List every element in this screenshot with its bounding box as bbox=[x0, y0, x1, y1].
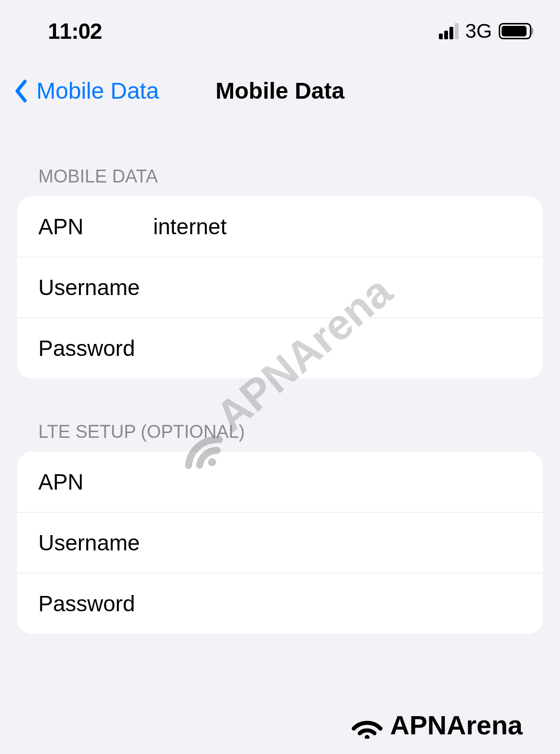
svg-point-1 bbox=[365, 735, 370, 739]
row-username[interactable]: Username bbox=[17, 257, 543, 318]
row-label-lte-apn: APN bbox=[38, 469, 153, 495]
section-group-lte-setup: APN Username Password bbox=[17, 452, 543, 634]
status-right: 3G bbox=[439, 20, 531, 43]
section-header-lte-setup: LTE SETUP (OPTIONAL) bbox=[0, 378, 560, 452]
input-username[interactable] bbox=[153, 274, 522, 300]
row-label-password: Password bbox=[38, 335, 153, 361]
status-time: 11:02 bbox=[48, 18, 102, 44]
brand-label: APNArena bbox=[350, 709, 523, 741]
input-lte-username[interactable] bbox=[153, 530, 522, 556]
network-label: 3G bbox=[465, 20, 492, 43]
row-label-apn: APN bbox=[38, 214, 153, 240]
row-label-lte-password: Password bbox=[38, 591, 153, 617]
wifi-icon bbox=[350, 712, 384, 739]
chevron-left-icon bbox=[14, 80, 28, 103]
row-lte-password[interactable]: Password bbox=[17, 573, 543, 634]
input-lte-password[interactable] bbox=[153, 591, 522, 617]
input-lte-apn[interactable] bbox=[153, 469, 522, 495]
input-password[interactable] bbox=[153, 335, 522, 361]
signal-icon bbox=[439, 23, 459, 39]
row-label-lte-username: Username bbox=[38, 530, 153, 556]
row-apn[interactable]: APN bbox=[17, 196, 543, 257]
status-bar: 11:02 3G bbox=[0, 0, 560, 54]
nav-bar: Mobile Data Mobile Data bbox=[0, 54, 560, 123]
back-button[interactable]: Mobile Data bbox=[14, 78, 159, 104]
page-title: Mobile Data bbox=[215, 78, 344, 104]
row-lte-username[interactable]: Username bbox=[17, 513, 543, 573]
section-group-mobile-data: APN Username Password bbox=[17, 196, 543, 378]
battery-icon bbox=[499, 23, 531, 39]
input-apn[interactable] bbox=[153, 214, 522, 240]
back-label: Mobile Data bbox=[36, 78, 159, 104]
section-header-mobile-data: MOBILE DATA bbox=[0, 123, 560, 196]
row-label-username: Username bbox=[38, 274, 153, 300]
row-password[interactable]: Password bbox=[17, 318, 543, 378]
row-lte-apn[interactable]: APN bbox=[17, 452, 543, 513]
